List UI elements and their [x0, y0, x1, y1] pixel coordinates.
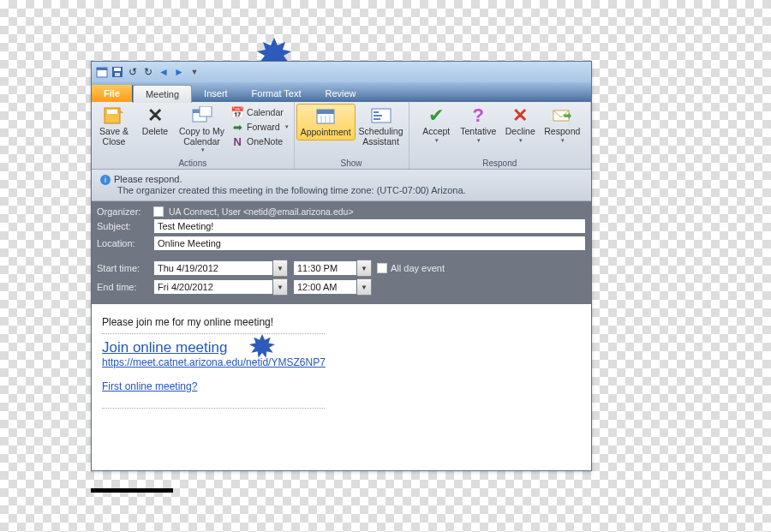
decline-button[interactable]: ✕ Decline	[499, 104, 541, 145]
onenote-mini-button[interactable]: NOneNote	[230, 134, 290, 148]
start-date-input[interactable]	[153, 260, 273, 276]
body-divider-2	[102, 408, 325, 409]
scheduling-assistant-button[interactable]: Scheduling Assistant	[356, 104, 407, 148]
svg-rect-10	[200, 106, 212, 117]
group-label-actions: Actions	[93, 158, 292, 169]
organizer-checkbox[interactable]	[153, 206, 164, 217]
group-label-respond: Respond	[411, 158, 589, 169]
svg-rect-4	[114, 68, 121, 71]
ribbon: Save & Close ✕ Delete Copy to My Calenda…	[92, 102, 591, 170]
appointment-button[interactable]: Appointment	[296, 104, 356, 140]
previous-icon[interactable]: ◄	[157, 65, 170, 79]
qat-dropdown-icon[interactable]: ▼	[188, 65, 201, 79]
subject-label: Subject:	[97, 221, 148, 231]
respond-icon	[550, 105, 574, 126]
copy-to-calendar-button[interactable]: Copy to My Calendar	[176, 104, 228, 155]
onenote-icon: N	[231, 135, 243, 147]
info-icon: i	[100, 175, 111, 185]
tentative-icon: ?	[466, 105, 490, 126]
organizer-value: UA Connect, User <netid@email.arizona.ed…	[169, 206, 354, 217]
svg-rect-2	[97, 68, 107, 70]
decline-icon: ✕	[508, 105, 532, 126]
group-actions: Save & Close ✕ Delete Copy to My Calenda…	[92, 102, 295, 169]
info-respond-text: Please respond.	[114, 174, 182, 184]
save-close-icon	[102, 105, 126, 126]
accept-icon: ✔	[424, 105, 448, 126]
group-respond: ✔ Accept ? Tentative ✕ Decline Respond R…	[409, 102, 591, 169]
underline-decoration	[91, 488, 173, 493]
delete-icon: ✕	[143, 105, 167, 126]
delete-button[interactable]: ✕ Delete	[134, 104, 176, 139]
first-meeting-link[interactable]: First online meeting?	[102, 380, 197, 392]
svg-rect-17	[374, 111, 379, 113]
meeting-body[interactable]: Please join me for my online meeting! Jo…	[92, 304, 591, 470]
end-date-dropdown[interactable]: ▼	[273, 278, 288, 296]
scheduling-icon	[369, 105, 393, 126]
forward-mini-button[interactable]: ➡Forward	[230, 120, 290, 134]
end-time-input[interactable]	[293, 279, 357, 295]
tab-review[interactable]: Review	[313, 85, 368, 102]
respond-button[interactable]: Respond	[541, 104, 583, 145]
info-timezone-text: The organizer created this meeting in th…	[100, 185, 583, 195]
info-bar: iPlease respond. The organizer created t…	[92, 170, 591, 201]
svg-rect-7	[107, 110, 117, 114]
redo-icon[interactable]: ↻	[141, 65, 155, 79]
save-icon[interactable]	[111, 65, 124, 79]
allday-checkbox[interactable]	[377, 263, 387, 273]
tentative-button[interactable]: ? Tentative	[457, 104, 499, 145]
tab-insert[interactable]: Insert	[192, 85, 240, 102]
appointment-icon	[314, 106, 338, 127]
tab-meeting[interactable]: Meeting	[133, 85, 192, 103]
location-label: Location:	[97, 238, 148, 248]
svg-rect-18	[374, 115, 382, 117]
body-divider	[102, 333, 325, 334]
join-meeting-link[interactable]: Join online meeting	[102, 339, 227, 356]
start-date-dropdown[interactable]: ▼	[273, 260, 288, 277]
subject-input[interactable]	[153, 218, 586, 234]
svg-rect-19	[374, 118, 380, 120]
end-time-dropdown[interactable]: ▼	[357, 278, 372, 296]
end-time-label: End time:	[97, 282, 148, 292]
annotation-starburst-body	[249, 334, 275, 362]
group-show: Appointment Scheduling Assistant Show	[295, 102, 409, 169]
end-date-input[interactable]	[153, 279, 273, 295]
svg-marker-21	[249, 334, 275, 358]
start-time-label: Start time:	[97, 263, 148, 273]
body-intro-text: Please join me for my online meeting!	[102, 316, 581, 328]
undo-icon[interactable]: ↺	[126, 65, 140, 79]
tab-file[interactable]: File	[92, 85, 133, 102]
accept-button[interactable]: ✔ Accept	[415, 104, 457, 145]
meeting-url-link[interactable]: https://meet.catnet.arizona.edu/netid/YM…	[102, 356, 326, 368]
forward-mini-icon: ➡	[231, 121, 243, 133]
next-icon[interactable]: ►	[172, 65, 186, 79]
group-label-show: Show	[296, 158, 407, 169]
location-input[interactable]	[153, 236, 586, 251]
allday-label: All day event	[391, 263, 445, 273]
svg-rect-12	[317, 110, 334, 114]
organizer-label: Organizer:	[97, 206, 148, 217]
svg-rect-5	[115, 73, 120, 76]
calendar-mini-icon: 📅	[231, 106, 243, 118]
ribbon-tabs: File Meeting Insert Format Text Review	[92, 82, 591, 102]
save-close-button[interactable]: Save & Close	[93, 104, 134, 148]
outlook-meeting-window: ↺ ↻ ◄ ► ▼ File Meeting Insert Format Tex…	[91, 61, 592, 471]
tab-format-text[interactable]: Format Text	[240, 85, 314, 102]
start-time-input[interactable]	[293, 260, 357, 276]
calendar-mini-button[interactable]: 📅Calendar	[230, 105, 290, 119]
meeting-fields: Organizer: UA Connect, User <netid@email…	[92, 201, 591, 304]
quick-access-toolbar: ↺ ↻ ◄ ► ▼	[92, 62, 591, 82]
calendar-icon[interactable]	[95, 65, 109, 79]
start-time-dropdown[interactable]: ▼	[357, 260, 372, 277]
copy-calendar-icon	[190, 105, 214, 126]
